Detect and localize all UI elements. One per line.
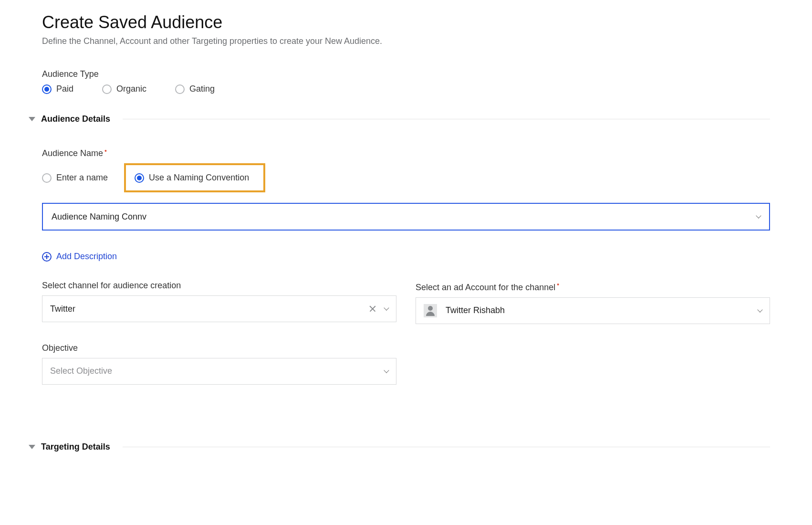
chevron-down-icon xyxy=(29,445,35,449)
required-indicator-icon: • xyxy=(104,147,107,155)
select-value: Audience Naming Connv xyxy=(52,212,146,222)
section-title: Targeting Details xyxy=(41,442,110,452)
radio-label: Gating xyxy=(189,84,215,94)
ad-account-label: Select an ad Account for the channel xyxy=(416,283,555,292)
radio-icon xyxy=(42,173,52,183)
section-targeting-details[interactable]: Targeting Details xyxy=(29,442,770,452)
clear-icon[interactable] xyxy=(369,305,376,312)
audience-name-radio-group: Enter a name Use a Naming Convention xyxy=(42,163,770,192)
radio-label: Paid xyxy=(56,84,73,94)
audience-name-label: Audience Name xyxy=(42,148,103,158)
required-indicator-icon: • xyxy=(557,281,559,288)
chevron-down-icon xyxy=(29,117,35,121)
select-placeholder: Select Objective xyxy=(50,366,112,376)
chevron-down-icon xyxy=(384,368,389,373)
chevron-down-icon xyxy=(756,213,761,219)
channel-label: Select channel for audience creation xyxy=(42,281,396,291)
plus-circle-icon xyxy=(42,252,52,262)
audience-type-radio-group: Paid Organic Gating xyxy=(42,84,770,94)
avatar-icon xyxy=(424,304,437,317)
objective-select[interactable]: Select Objective xyxy=(42,358,396,385)
audience-name-convention[interactable]: Use a Naming Convention xyxy=(135,173,249,183)
select-value: Twitter xyxy=(50,304,75,314)
radio-icon xyxy=(42,84,52,94)
objective-label: Objective xyxy=(42,343,396,353)
chevron-down-icon xyxy=(757,307,762,312)
ad-account-select[interactable]: Twitter Rishabh xyxy=(416,297,770,324)
naming-convention-select[interactable]: Audience Naming Connv xyxy=(42,203,770,231)
channel-select[interactable]: Twitter xyxy=(42,295,396,322)
radio-label: Organic xyxy=(116,84,146,94)
audience-name-enter[interactable]: Enter a name xyxy=(42,173,108,183)
naming-convention-highlight: Use a Naming Convention xyxy=(124,163,265,192)
radio-icon xyxy=(102,84,112,94)
radio-icon xyxy=(135,173,144,183)
add-description-button[interactable]: Add Description xyxy=(42,252,117,262)
radio-icon xyxy=(175,84,185,94)
audience-type-gating[interactable]: Gating xyxy=(175,84,215,94)
select-value: Twitter Rishabh xyxy=(446,305,758,315)
divider xyxy=(123,119,770,119)
audience-type-organic[interactable]: Organic xyxy=(102,84,146,94)
page-title: Create Saved Audience xyxy=(42,12,770,32)
chevron-down-icon xyxy=(384,305,389,311)
radio-label: Use a Naming Convention xyxy=(149,173,249,183)
page-subtitle: Define the Channel, Account and other Ta… xyxy=(42,36,770,46)
audience-type-label: Audience Type xyxy=(42,69,770,79)
section-title: Audience Details xyxy=(41,114,110,124)
add-description-label: Add Description xyxy=(56,252,117,262)
radio-label: Enter a name xyxy=(56,173,108,183)
divider xyxy=(123,447,770,447)
audience-type-paid[interactable]: Paid xyxy=(42,84,73,94)
section-audience-details[interactable]: Audience Details xyxy=(29,114,770,124)
